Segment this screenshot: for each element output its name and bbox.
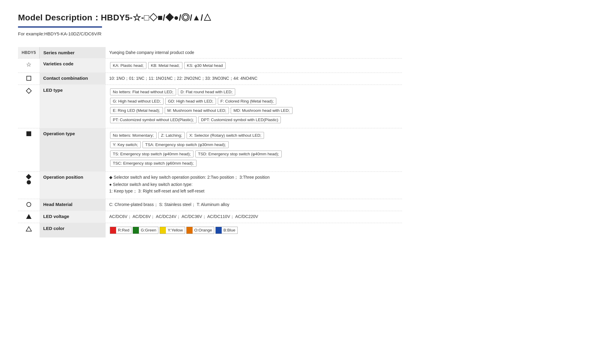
tag: KS: φ30 Metal head xyxy=(184,62,226,69)
value-line: ◆ Selector switch and key switch operati… xyxy=(109,175,398,180)
value-series: Yueqing Dahe company internal product co… xyxy=(106,47,402,58)
label-led-color: LED color xyxy=(40,223,106,237)
value-operation-type: No letters: Momentary;Z: Latching;X: Sel… xyxy=(106,128,402,172)
swatch-color xyxy=(133,227,139,234)
icon-cell-led-type xyxy=(18,85,40,128)
label-led-type: LED type xyxy=(40,85,106,128)
value-line: ● Selector switch and key switch action … xyxy=(109,182,398,187)
icon-cell-operation-position xyxy=(18,172,40,199)
swatch-color xyxy=(216,227,222,234)
description-table: HBDY5Series numberYueqing Dahe company i… xyxy=(18,47,402,237)
tag: G: High head without LED; xyxy=(110,98,164,105)
tag: PT: Customized symbol without LED(Plasti… xyxy=(110,116,196,123)
tag: TSC: Emergency stop switch (φ60mm head); xyxy=(110,160,196,167)
tag: DPT: Customized symbol with LED(Plastic) xyxy=(198,116,281,123)
model-title: Model Description：HBDY5-☆-□◇■/◆●/◎/▲/△ xyxy=(18,12,402,23)
triangle-filled-icon xyxy=(26,214,32,219)
label-operation-type: Operation type xyxy=(40,128,106,172)
tag: GD: High head with LED; xyxy=(165,98,216,105)
value-operation-position: ◆ Selector switch and key switch operati… xyxy=(106,172,402,199)
title-model: HBDY5-☆-□◇■/◆●/◎/▲/△ xyxy=(101,13,212,22)
swatch-color xyxy=(187,227,193,234)
color-swatch: Y:Yellow xyxy=(160,227,185,234)
label-varieties: Varieties code xyxy=(40,58,106,73)
diamond-outline-icon xyxy=(26,88,32,94)
value-line: 1: Keep type； 3: Right self-reset and le… xyxy=(109,189,398,194)
tag: MD: Mushroom head with LED; xyxy=(231,107,292,114)
value-varieties: KA: Plastic head;KB: Metal head;KS: φ30 … xyxy=(106,58,402,73)
tag: KA: Plastic head; xyxy=(110,62,146,69)
value-led-voltage: AC/DC6V； AC/DC6V； AC/DC24V； AC/DC36V； AC… xyxy=(106,211,402,223)
tag: E: Ring LED (Metal head); xyxy=(110,107,163,114)
icon-cell-operation-type xyxy=(18,128,40,172)
value-led-color: R:Red G:Green Y:Yellow O:Orange B:Blue xyxy=(106,223,402,237)
swatch-label: Y:Yellow xyxy=(166,227,185,233)
series-code: HBDY5 xyxy=(18,47,40,58)
color-swatch: R:Red xyxy=(110,227,131,234)
color-swatch: B:Blue xyxy=(215,227,238,234)
tag-row: E: Ring LED (Metal head);M: Mushroom hea… xyxy=(109,106,398,115)
triangle-outline-icon xyxy=(26,226,32,231)
icon-cell-contact xyxy=(18,73,40,85)
diamond-filled-icon xyxy=(26,174,32,179)
circle-outline-icon xyxy=(26,202,31,207)
label-head-material: Head Material xyxy=(40,199,106,211)
title-prefix: Model Description： xyxy=(18,13,101,22)
value-contact: 10: 1NO；01: 1NC；11: 1NO1NC；22: 2NO2NC；33… xyxy=(106,73,402,85)
tag: Y: Key switch; xyxy=(110,141,141,148)
color-swatch: O:Orange xyxy=(186,227,214,234)
title-divider xyxy=(18,26,102,28)
tag: No letters: Momentary; xyxy=(110,132,157,139)
color-swatch: G:Green xyxy=(133,227,158,234)
tag: X: Selector (Rotary) switch without LED; xyxy=(187,132,264,139)
tag: TSD: Emergency stop switch (φ40mm head); xyxy=(195,151,282,157)
subtitle: For example:HBDY5-KA-10DZ/C/DC6V/R xyxy=(18,31,402,36)
tag: TS: Emergency stop switch (φ40mm head); xyxy=(110,151,194,157)
star-icon: ☆ xyxy=(26,61,32,68)
tag-row: G: High head without LED;GD: High head w… xyxy=(109,97,398,105)
tag: TSA: Emergency stop switch (φ30mm head); xyxy=(142,141,229,148)
tag-row: PT: Customized symbol without LED(Plasti… xyxy=(109,116,398,124)
svg-marker-0 xyxy=(26,227,32,231)
tag: M: Mushroom head without LED; xyxy=(165,107,229,114)
tag-row: TS: Emergency stop switch (φ40mm head);T… xyxy=(109,150,398,158)
circle-filled-icon xyxy=(27,180,31,184)
swatch-color xyxy=(110,227,116,234)
icon-cell-head-material xyxy=(18,199,40,211)
label-led-voltage: LED voltage xyxy=(40,211,106,223)
swatch-label: B:Blue xyxy=(222,227,237,233)
square-outline-icon xyxy=(26,76,31,81)
value-head-material: C: Chrome-plated brass； S: Stainless ste… xyxy=(106,199,402,211)
tag: Z: Latching; xyxy=(158,132,185,139)
tag-row: No letters: Momentary;Z: Latching;X: Sel… xyxy=(109,131,398,139)
tag: No letters: Flat head without LED; xyxy=(110,88,176,95)
swatch-label: G:Green xyxy=(139,227,158,233)
tag-row: TSC: Emergency stop switch (φ60mm head); xyxy=(109,159,398,167)
square-filled-icon xyxy=(26,131,31,136)
op-pos-icons xyxy=(22,175,36,184)
icon-cell-led-voltage xyxy=(18,211,40,223)
tag-row: Y: Key switch;TSA: Emergency stop switch… xyxy=(109,141,398,149)
label-operation-position: Operation position xyxy=(40,172,106,199)
label-contact: Contact combination xyxy=(40,73,106,85)
tag: KB: Metal head; xyxy=(148,62,182,69)
swatch-label: R:Red xyxy=(116,227,131,233)
swatch-color xyxy=(160,227,166,234)
icon-cell-led-color xyxy=(18,223,40,237)
icon-cell-varieties: ☆ xyxy=(18,58,40,73)
value-led-type: No letters: Flat head without LED;D: Fla… xyxy=(106,85,402,128)
tag: D: Flat round head with LED; xyxy=(178,88,235,95)
tag: F: Colored Ring (Metal head); xyxy=(218,98,277,105)
label-series: Series number xyxy=(40,47,106,58)
swatch-label: O:Orange xyxy=(193,227,214,233)
tag-row: No letters: Flat head without LED;D: Fla… xyxy=(109,88,398,96)
